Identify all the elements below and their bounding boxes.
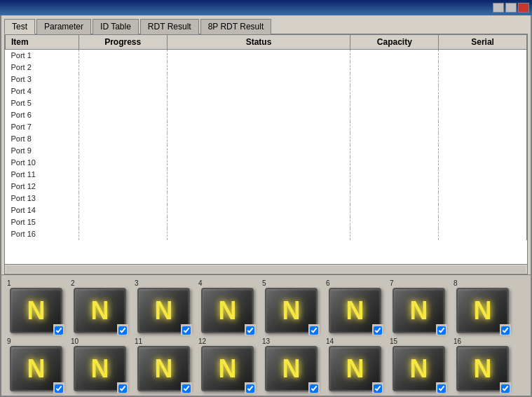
port-icon-container: N xyxy=(393,288,445,333)
cell-serial xyxy=(439,145,527,157)
cell-status xyxy=(167,204,350,216)
scrollbar-track xyxy=(6,266,526,273)
table-row: Port 1 xyxy=(6,50,527,62)
table-row: Port 12 xyxy=(6,181,527,193)
table-row: Port 14 xyxy=(6,204,527,216)
cell-status xyxy=(167,85,350,97)
cell-progress xyxy=(79,216,167,228)
port-item[interactable]: 3 N xyxy=(133,279,194,333)
cell-serial xyxy=(439,169,527,181)
port-item[interactable]: 4 N xyxy=(197,279,258,333)
cell-status xyxy=(167,74,350,85)
port-icon-container: N xyxy=(329,346,381,391)
cell-status xyxy=(167,145,350,157)
port-item[interactable]: 16 N xyxy=(452,337,513,391)
cell-status xyxy=(167,169,350,181)
port-item[interactable]: 13 N xyxy=(261,337,322,391)
port-item[interactable]: 2 N xyxy=(69,279,130,333)
port-corner xyxy=(53,382,64,393)
cell-capacity xyxy=(350,121,439,133)
port-item[interactable]: 5 N xyxy=(261,279,322,333)
port-checkbox[interactable] xyxy=(55,326,63,335)
port-number: 10 xyxy=(71,337,79,345)
cell-capacity xyxy=(350,62,439,74)
port-item[interactable]: 8 N xyxy=(452,279,513,333)
n-letter: N xyxy=(282,356,301,382)
cell-capacity xyxy=(350,157,439,169)
port-item[interactable]: 11 N xyxy=(133,337,194,391)
cell-item: Port 15 xyxy=(6,216,79,228)
n-letter: N xyxy=(282,298,301,323)
port-checkbox[interactable] xyxy=(246,384,254,393)
port-checkbox[interactable] xyxy=(437,326,446,335)
cell-serial xyxy=(439,97,527,109)
main-window: Test Parameter ID Table RDT Result 8P RD… xyxy=(0,15,532,397)
maximize-button[interactable] xyxy=(505,3,517,13)
cell-capacity xyxy=(350,169,439,181)
table-row: Port 4 xyxy=(6,85,527,97)
port-corner xyxy=(436,382,447,393)
port-number: 11 xyxy=(135,337,142,345)
port-item[interactable]: 1 N xyxy=(6,279,67,333)
cell-serial xyxy=(439,228,527,240)
port-checkbox[interactable] xyxy=(55,384,63,393)
port-checkbox[interactable] xyxy=(182,326,191,335)
cell-serial xyxy=(439,62,527,74)
port-item[interactable]: 10 N xyxy=(69,337,130,391)
cell-capacity xyxy=(350,193,439,204)
cell-item: Port 3 xyxy=(6,74,79,85)
port-number: 7 xyxy=(390,279,394,287)
col-serial: Serial xyxy=(439,35,527,50)
cell-progress xyxy=(79,204,167,216)
port-checkbox[interactable] xyxy=(182,384,191,393)
port-icon-container: N xyxy=(456,288,509,333)
port-checkbox[interactable] xyxy=(118,384,127,393)
col-item: Item xyxy=(6,35,79,50)
port-item[interactable]: 6 N xyxy=(325,279,386,333)
port-item[interactable]: 14 N xyxy=(325,337,386,391)
n-letter: N xyxy=(155,298,173,323)
port-corner xyxy=(500,324,511,335)
tab-parameter[interactable]: Parameter xyxy=(36,19,91,34)
port-checkbox[interactable] xyxy=(310,326,318,335)
port-icon-container: N xyxy=(456,346,509,391)
port-icon-container: N xyxy=(74,346,126,391)
port-icon-container: N xyxy=(137,288,190,333)
port-checkbox[interactable] xyxy=(246,326,254,335)
port-item[interactable]: 7 N xyxy=(388,279,449,333)
tab-id-table[interactable]: ID Table xyxy=(93,19,139,34)
tab-rdt-result[interactable]: RDT Result xyxy=(140,19,199,34)
port-icon-container: N xyxy=(74,288,126,333)
tab-8p-rdt-result[interactable]: 8P RDT Result xyxy=(200,19,272,34)
minimize-button[interactable] xyxy=(493,3,504,13)
port-number: 8 xyxy=(453,279,458,287)
port-checkbox[interactable] xyxy=(501,384,510,393)
port-number: 3 xyxy=(135,279,139,287)
port-number: 16 xyxy=(453,337,461,345)
table-row: Port 15 xyxy=(6,216,527,228)
cell-progress xyxy=(79,169,167,181)
table-row: Port 8 xyxy=(6,133,527,145)
n-letter: N xyxy=(346,356,364,382)
port-checkbox[interactable] xyxy=(310,384,318,393)
port-checkbox[interactable] xyxy=(501,326,510,335)
close-button[interactable] xyxy=(518,3,529,13)
cell-status xyxy=(167,121,350,133)
table-row: Port 10 xyxy=(6,157,527,169)
port-checkbox[interactable] xyxy=(374,384,382,393)
port-item[interactable]: 15 N xyxy=(388,337,449,391)
port-icon-container: N xyxy=(329,288,381,333)
cell-capacity xyxy=(350,109,439,121)
port-item[interactable]: 9 N xyxy=(6,337,67,391)
port-checkbox[interactable] xyxy=(118,326,127,335)
tab-test[interactable]: Test xyxy=(4,19,35,34)
col-capacity: Capacity xyxy=(350,35,439,50)
port-checkbox[interactable] xyxy=(437,384,446,393)
port-panel: 1 N 2 N 3 xyxy=(1,274,531,396)
cell-capacity xyxy=(350,50,439,62)
port-item[interactable]: 12 N xyxy=(197,337,258,391)
port-checkbox[interactable] xyxy=(374,326,382,335)
table-row: Port 7 xyxy=(6,121,527,133)
horizontal-scrollbar[interactable] xyxy=(5,264,527,274)
cell-capacity xyxy=(350,204,439,216)
